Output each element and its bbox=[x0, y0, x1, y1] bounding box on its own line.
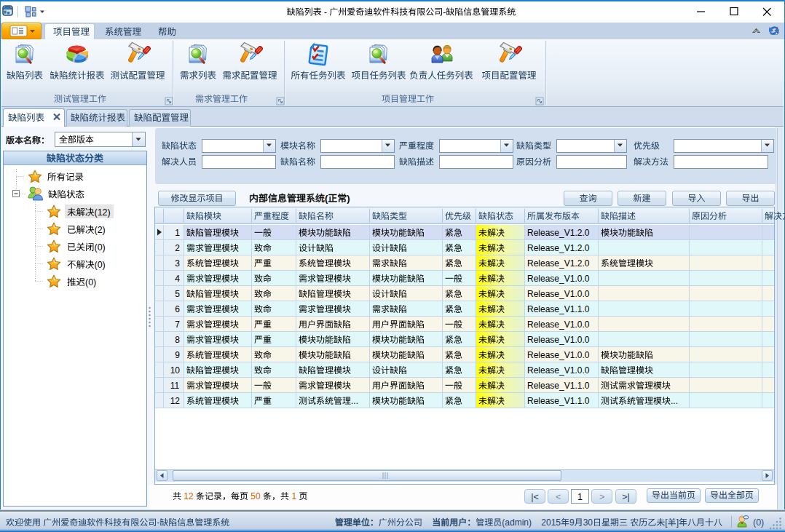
svg-text:...: ... bbox=[351, 396, 358, 406]
svg-text:Release_V1.0.0: Release_V1.0.0 bbox=[527, 365, 590, 376]
svg-text:(: ( bbox=[325, 193, 328, 204]
svg-text:1: 1 bbox=[577, 492, 583, 502]
svg-text:(0): (0) bbox=[95, 242, 106, 253]
svg-text:2015: 2015 bbox=[541, 517, 561, 528]
svg-text:5: 5 bbox=[175, 289, 180, 299]
svg-text:...: ... bbox=[671, 396, 678, 406]
svg-text:|<: |< bbox=[531, 492, 539, 502]
svg-text:Release_V1.2.0: Release_V1.2.0 bbox=[527, 228, 590, 238]
svg-text:Release_V1.1.0: Release_V1.1.0 bbox=[527, 381, 590, 391]
svg-text:-: - bbox=[443, 7, 446, 17]
svg-text:-: - bbox=[322, 7, 330, 17]
svg-text:(0): (0) bbox=[85, 277, 96, 287]
svg-text:9: 9 bbox=[569, 517, 575, 528]
svg-text:Release_V1.1.0: Release_V1.1.0 bbox=[527, 304, 590, 314]
svg-text:9: 9 bbox=[175, 350, 180, 360]
svg-text:1: 1 bbox=[175, 228, 180, 238]
svg-text:2: 2 bbox=[175, 243, 180, 253]
svg-text:50: 50 bbox=[251, 491, 261, 501]
svg-text:7: 7 bbox=[175, 319, 180, 330]
svg-text:30: 30 bbox=[583, 517, 593, 528]
svg-text:8: 8 bbox=[175, 335, 180, 345]
svg-text:4: 4 bbox=[175, 274, 180, 284]
svg-text:[: [ bbox=[665, 517, 668, 528]
svg-text:>: > bbox=[599, 492, 604, 502]
svg-text:Release_V1.0.0: Release_V1.0.0 bbox=[527, 319, 590, 330]
svg-text:6: 6 bbox=[175, 304, 180, 314]
svg-text:Release_V1.2.0: Release_V1.2.0 bbox=[527, 243, 590, 253]
svg-text:<: < bbox=[556, 492, 561, 502]
svg-text:10: 10 bbox=[170, 365, 181, 376]
svg-text:3: 3 bbox=[175, 258, 180, 269]
svg-text:Release_V1.0.0: Release_V1.0.0 bbox=[527, 335, 590, 345]
svg-text:(admin): (admin) bbox=[502, 517, 541, 528]
svg-text:Release_V1.2.0: Release_V1.2.0 bbox=[527, 258, 590, 269]
svg-text:(0): (0) bbox=[95, 260, 106, 270]
svg-text:): ) bbox=[347, 193, 350, 204]
svg-text:12: 12 bbox=[184, 491, 194, 501]
svg-text:(0): (0) bbox=[753, 517, 764, 528]
svg-text:(2): (2) bbox=[95, 225, 106, 235]
svg-text:(12): (12) bbox=[95, 207, 111, 218]
svg-text:>|: >| bbox=[622, 492, 630, 502]
svg-text:]: ] bbox=[676, 517, 679, 528]
svg-text:11: 11 bbox=[170, 381, 180, 391]
svg-text:Release_V1.0.0: Release_V1.0.0 bbox=[527, 289, 590, 299]
svg-text:12: 12 bbox=[170, 396, 181, 406]
svg-text:Release_V1.1.0: Release_V1.1.0 bbox=[527, 396, 590, 406]
svg-text:Release_V1.0.0: Release_V1.0.0 bbox=[527, 350, 590, 360]
svg-text:Release_V1.0.0: Release_V1.0.0 bbox=[527, 274, 590, 284]
svg-text:-: - bbox=[157, 517, 159, 528]
